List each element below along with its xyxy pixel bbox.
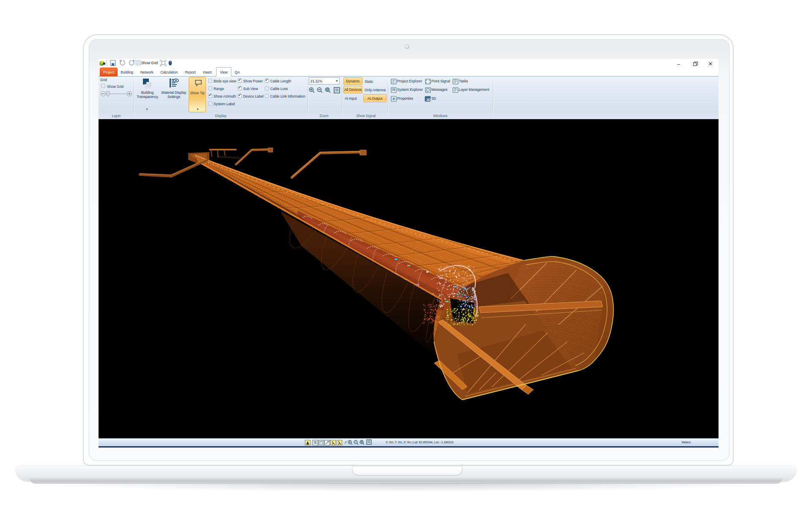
svg-text:Show Grid: Show Grid xyxy=(141,61,158,65)
svg-text:3D: 3D xyxy=(426,98,431,102)
